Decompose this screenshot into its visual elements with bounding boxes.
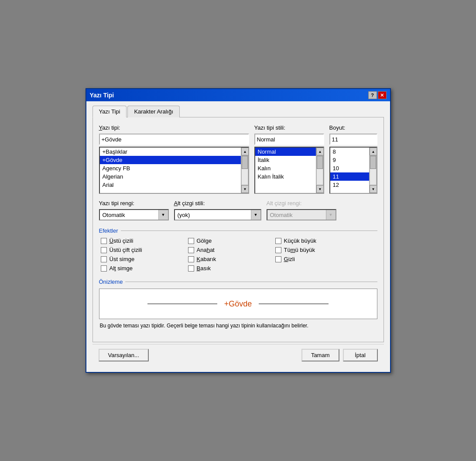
font-style-input[interactable] xyxy=(254,134,324,145)
font-name-listbox: +Başlıklar +Gövde Agency FB Algerian Ari… xyxy=(99,147,249,194)
label-kucuk-buyuk: Küçük büyük xyxy=(284,237,316,244)
checkbox-basik[interactable] xyxy=(188,265,194,272)
checkbox-tumu-buyuk[interactable] xyxy=(275,247,281,253)
font-color-dropdown-btn[interactable]: ▼ xyxy=(158,210,168,220)
size-list-item[interactable]: 11 xyxy=(330,172,369,181)
size-list-item[interactable]: 12 xyxy=(330,181,369,189)
style-list-item[interactable]: Kalın İtalik xyxy=(255,172,316,181)
label-ust-simge: Üst simge xyxy=(110,256,135,262)
scroll-thumb[interactable] xyxy=(370,156,376,169)
font-list-item[interactable]: +Gövde xyxy=(100,156,241,164)
style-list-item[interactable]: İtalik xyxy=(255,156,316,164)
scroll-down-button[interactable]: ▼ xyxy=(370,185,377,193)
size-list-item[interactable]: 8 xyxy=(330,148,369,156)
font-color-group: Yazı tipi rengi: Otomatik ▼ xyxy=(99,200,169,220)
font-name-group: Yazı tipi: +Başlıklar +Gövde Agency FB A… xyxy=(99,124,249,194)
preview-line-left xyxy=(147,304,217,304)
font-color-value: Otomatik xyxy=(100,211,158,219)
scroll-thumb[interactable] xyxy=(317,156,323,169)
underline-style-dropdown-btn[interactable]: ▼ xyxy=(251,210,260,220)
help-button[interactable]: ? xyxy=(368,91,377,99)
underline-style-label: Alt çizgi stili: xyxy=(174,200,261,206)
size-list-item[interactable]: 10 xyxy=(330,164,369,172)
checkbox-kucuk-buyuk[interactable] xyxy=(275,238,281,244)
font-style-group: Yazı tipi stili: Normal İtalik Kalın Kal… xyxy=(254,124,324,194)
dialog-body: Yazı Tipi Karakter Aralığı Yazı tipi: +B… xyxy=(86,101,390,372)
footer-right: Tamam İptal xyxy=(301,349,378,361)
font-color-label: Yazı tipi rengi: xyxy=(99,200,169,206)
tab-karakter-araligi[interactable]: Karakter Aralığı xyxy=(127,106,180,117)
effect-kucuk-buyuk: Küçük büyük xyxy=(275,237,363,244)
font-list-item[interactable]: Algerian xyxy=(100,172,241,181)
checkbox-gizli[interactable] xyxy=(275,256,281,262)
tab-yazi-tipi[interactable]: Yazı Tipi xyxy=(92,106,127,117)
label-alt-simge: Alt simge xyxy=(110,265,133,272)
style-list-item[interactable]: Normal xyxy=(255,148,316,156)
underline-color-value: Otomatik xyxy=(267,211,326,219)
font-color-combo[interactable]: Otomatik ▼ xyxy=(99,209,169,220)
effect-tumu-buyuk: Tümü büyük xyxy=(275,247,363,253)
font-style-listbox: Normal İtalik Kalın Kalın İtalik ▲ ▼ xyxy=(254,147,324,194)
scroll-track[interactable] xyxy=(370,155,377,185)
scroll-track[interactable] xyxy=(316,155,323,185)
underline-style-combo[interactable]: (yok) ▼ xyxy=(174,209,261,220)
underline-color-combo: Otomatik ▼ xyxy=(267,209,336,220)
title-bar-buttons: ? ✕ xyxy=(368,91,387,99)
underline-style-group: Alt çizgi stili: (yok) ▼ xyxy=(174,200,261,220)
tamam-button[interactable]: Tamam xyxy=(301,349,339,361)
font-name-label: Yazı tipi: xyxy=(99,124,249,131)
iptal-button[interactable]: İptal xyxy=(343,349,378,361)
effect-basik: Basık xyxy=(188,265,275,272)
scroll-up-button[interactable]: ▲ xyxy=(370,148,377,155)
scroll-up-button[interactable]: ▲ xyxy=(241,148,249,155)
preview-section: Önizleme +Gövde Bu gövde teması yazı tip… xyxy=(99,279,377,329)
effect-ustu-cift-cizili: Üstü çift çizili xyxy=(101,247,188,253)
scroll-down-button[interactable]: ▼ xyxy=(241,185,249,193)
close-button[interactable]: ✕ xyxy=(378,91,387,99)
underline-style-value: (yok) xyxy=(175,211,251,219)
scroll-thumb[interactable] xyxy=(242,156,248,169)
font-name-input[interactable] xyxy=(99,134,249,145)
scroll-down-button[interactable]: ▼ xyxy=(316,185,324,193)
effects-grid: Üstü çizili Gölge Küçük büyük Üstü ç xyxy=(99,237,377,272)
scroll-track[interactable] xyxy=(241,155,248,185)
font-size-input[interactable] xyxy=(329,134,377,145)
font-list-item[interactable]: Arial xyxy=(100,181,241,189)
effect-ustu-cizili: Üstü çizili xyxy=(101,237,188,244)
label-ustu-cift-cizili: Üstü çift çizili xyxy=(110,247,142,253)
style-list-scrollbar[interactable]: ▲ ▼ xyxy=(316,148,323,193)
effects-header-wrap: Efektler xyxy=(99,227,377,234)
checkbox-golge[interactable] xyxy=(188,238,194,244)
font-style-label: Yazı tipi stili: xyxy=(254,124,324,131)
font-list-item[interactable]: Agency FB xyxy=(100,164,241,172)
font-list-item[interactable]: +Başlıklar xyxy=(100,148,241,156)
size-list-scrollbar[interactable]: ▲ ▼ xyxy=(369,148,377,193)
checkbox-kabarik[interactable] xyxy=(188,256,194,262)
checkbox-ustu-cizili[interactable] xyxy=(101,238,107,244)
size-list-item[interactable]: 9 xyxy=(330,156,369,164)
tab-bar: Yazı Tipi Karakter Aralığı xyxy=(92,106,384,117)
color-underline-row: Yazı tipi rengi: Otomatik ▼ Alt çizgi st… xyxy=(99,200,377,220)
checkbox-ustu-cift-cizili[interactable] xyxy=(101,247,107,253)
label-basik: Basık xyxy=(197,265,211,272)
effects-section: Efektler Üstü çizili Gölge xyxy=(99,227,377,272)
style-list-item[interactable]: Kalın xyxy=(255,164,316,172)
preview-lines: +Gövde xyxy=(99,299,377,309)
size-list-items: 8 9 10 11 12 xyxy=(330,148,369,193)
underline-color-label: Alt çizgi rengi: xyxy=(267,200,336,206)
effects-rule xyxy=(121,230,377,231)
label-tumu-buyuk: Tümü büyük xyxy=(284,247,315,253)
checkbox-alt-simge[interactable] xyxy=(101,265,107,272)
style-list-items: Normal İtalik Kalın Kalın İtalik xyxy=(255,148,316,193)
label-ustu-cizili: Üstü çizili xyxy=(110,237,134,244)
footer-left: Varsayılan... xyxy=(99,349,149,361)
dialog-footer: Varsayılan... Tamam İptal xyxy=(92,344,384,366)
scroll-up-button[interactable]: ▲ xyxy=(316,148,324,155)
preview-header-wrap: Önizleme xyxy=(99,279,377,285)
checkbox-ust-simge[interactable] xyxy=(101,256,107,262)
checkbox-anahat[interactable] xyxy=(188,247,194,253)
varsayilan-button[interactable]: Varsayılan... xyxy=(99,349,149,361)
label-gizli: Gizli xyxy=(284,256,295,262)
font-list-scrollbar[interactable]: ▲ ▼ xyxy=(241,148,248,193)
preview-label: Önizleme xyxy=(99,279,123,285)
